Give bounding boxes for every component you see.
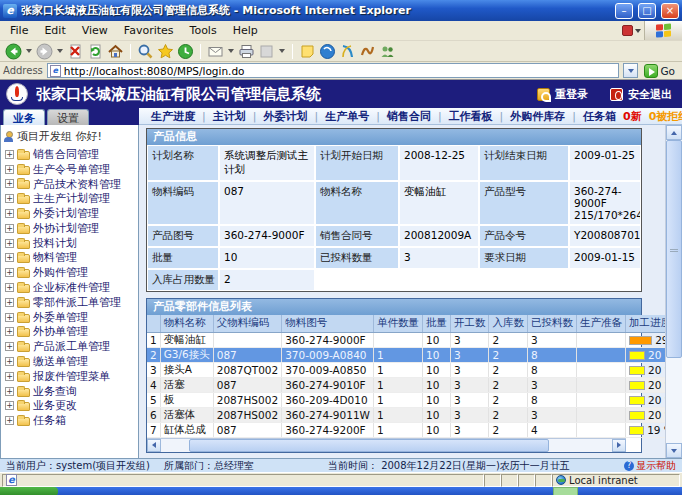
back-dropdown[interactable] xyxy=(26,49,32,53)
expand-icon[interactable]: + xyxy=(5,165,14,174)
menu-view[interactable]: View xyxy=(74,21,116,40)
address-input[interactable]: e http://localhost:8080/MPS/login.do xyxy=(47,63,620,78)
expand-icon[interactable]: + xyxy=(5,239,14,248)
sidebar-item[interactable]: +产品派工单管理 xyxy=(1,339,138,354)
menu-help[interactable]: Help xyxy=(225,21,266,40)
expand-icon[interactable]: + xyxy=(5,387,14,396)
refresh-button[interactable] xyxy=(87,43,104,60)
expand-icon[interactable]: + xyxy=(5,416,14,425)
expand-icon[interactable]: + xyxy=(5,401,14,410)
sidebar-item[interactable]: +物料管理 xyxy=(1,251,138,266)
sidebar-item[interactable]: +缴送单管理 xyxy=(1,354,138,369)
parts-row[interactable]: 1变幅油缸360-274-9000F1032329 % xyxy=(147,332,665,347)
menu-file[interactable]: File xyxy=(2,21,36,40)
sidebar-item[interactable]: +外委计划管理 xyxy=(1,206,138,221)
expand-icon[interactable]: + xyxy=(5,357,14,366)
menu-extra-icon[interactable] xyxy=(618,21,644,40)
expand-icon[interactable]: + xyxy=(5,268,14,277)
sidebar-item[interactable]: +业务更改 xyxy=(1,399,138,414)
media-icon[interactable] xyxy=(339,43,356,60)
favorites-icon[interactable] xyxy=(157,43,174,60)
sidebar-item[interactable]: +外购件管理 xyxy=(1,265,138,280)
expand-icon[interactable]: + xyxy=(5,313,14,322)
sidebar-item[interactable]: +主生产计划管理 xyxy=(1,191,138,206)
sidebar-item[interactable]: +任务箱 xyxy=(1,413,138,428)
sidebar-item[interactable]: +零部件派工单管理 xyxy=(1,295,138,310)
edit-icon[interactable] xyxy=(258,43,275,60)
page-scroll-up[interactable] xyxy=(666,125,682,140)
sidebar-item[interactable]: +报废件管理菜单 xyxy=(1,369,138,384)
msn-icon[interactable] xyxy=(359,43,376,60)
history-icon[interactable] xyxy=(177,43,194,60)
taskbar-item[interactable] xyxy=(553,487,578,495)
expand-icon[interactable]: + xyxy=(5,283,14,292)
print-icon[interactable] xyxy=(238,43,255,60)
expand-icon[interactable]: + xyxy=(5,253,14,262)
scroll-right-button[interactable] xyxy=(612,439,626,452)
nav-item-8[interactable]: 任务箱 xyxy=(583,109,616,124)
back-button[interactable] xyxy=(5,43,22,60)
start-button[interactable] xyxy=(0,487,58,495)
expand-icon[interactable]: + xyxy=(5,298,14,307)
nav-item-3[interactable]: 外委计划 xyxy=(263,109,307,124)
tab-settings[interactable]: 设置 xyxy=(47,109,89,125)
expand-icon[interactable]: + xyxy=(5,179,14,188)
nav-item-4[interactable]: 生产单号 xyxy=(325,109,369,124)
parts-row[interactable]: 5板2087HS002360-209-4D01011032820 % xyxy=(147,392,665,407)
edit-dropdown[interactable] xyxy=(279,49,285,53)
tab-business[interactable]: 业务 xyxy=(3,109,45,125)
windows-taskbar[interactable] xyxy=(0,487,682,495)
parts-row[interactable]: 7缸体总成087360-274-9200F11032419 % xyxy=(147,422,665,437)
page-scrollbar[interactable] xyxy=(665,125,682,458)
parts-row[interactable]: 6活塞体2087HS002360-274-9011W11032320 % xyxy=(147,407,665,422)
expand-icon[interactable]: + xyxy=(5,209,14,218)
parts-row[interactable]: 2G3/6接头087370-009-A084011032820 % xyxy=(147,347,665,362)
sidebar-item[interactable]: +生产令号单管理 xyxy=(1,162,138,177)
nav-item-7[interactable]: 外购件库存 xyxy=(510,109,565,124)
search-icon[interactable] xyxy=(137,43,154,60)
sidebar-item[interactable]: +投料计划 xyxy=(1,236,138,251)
logout-button[interactable]: 安全退出 xyxy=(610,87,672,102)
mail-dropdown[interactable] xyxy=(228,49,234,53)
h-scroll-thumb[interactable] xyxy=(189,439,549,452)
nav-item-5[interactable]: 销售合同 xyxy=(387,109,431,124)
expand-icon[interactable]: + xyxy=(5,194,14,203)
parts-horizontal-scrollbar[interactable] xyxy=(147,438,626,452)
stop-button[interactable] xyxy=(67,43,84,60)
expand-icon[interactable]: + xyxy=(5,150,14,159)
show-help-link[interactable]: ? 显示帮助 xyxy=(624,459,676,473)
scroll-left-button[interactable] xyxy=(147,439,161,452)
sidebar-item[interactable]: +外协单管理 xyxy=(1,325,138,340)
expand-icon[interactable]: + xyxy=(5,327,14,336)
page-scroll-down[interactable] xyxy=(666,443,682,458)
close-button[interactable]: × xyxy=(661,3,679,19)
nav-item-1[interactable]: 生产进度 xyxy=(151,109,195,124)
sidebar-item[interactable]: +外委单管理 xyxy=(1,310,138,325)
forward-button[interactable] xyxy=(36,43,53,60)
mail-icon[interactable] xyxy=(207,43,224,60)
menu-tools[interactable]: Tools xyxy=(182,21,225,40)
menu-favorites[interactable]: Favorites xyxy=(116,21,182,40)
nav-item-6[interactable]: 工作看板 xyxy=(449,109,493,124)
relogin-button[interactable]: 重登录 xyxy=(537,87,588,102)
notes-icon[interactable] xyxy=(299,43,316,60)
sidebar-item[interactable]: +企业标准件管理 xyxy=(1,280,138,295)
expand-icon[interactable]: + xyxy=(5,342,14,351)
go-button[interactable]: Go xyxy=(642,64,679,78)
minimize-button[interactable]: – xyxy=(615,3,633,19)
contacts-icon[interactable] xyxy=(379,43,396,60)
forward-dropdown[interactable] xyxy=(57,49,63,53)
menu-edit[interactable]: Edit xyxy=(36,21,73,40)
sidebar-item[interactable]: +外协计划管理 xyxy=(1,221,138,236)
parts-row[interactable]: 3接头A2087QT002370-009-A085011032820 % xyxy=(147,362,665,377)
address-dropdown[interactable] xyxy=(623,63,638,78)
sidebar-item[interactable]: +销售合同管理 xyxy=(1,147,138,162)
page-scroll-thumb[interactable] xyxy=(666,140,682,358)
sidebar-item[interactable]: +产品技术资料管理 xyxy=(1,177,138,192)
nav-item-2[interactable]: 主计划 xyxy=(213,109,246,124)
expand-icon[interactable]: + xyxy=(5,224,14,233)
maximize-button[interactable]: □ xyxy=(638,3,656,19)
sidebar-item[interactable]: +业务查询 xyxy=(1,384,138,399)
parts-row[interactable]: 4活塞087360-274-9010F11032320 % xyxy=(147,377,665,392)
expand-icon[interactable]: + xyxy=(5,372,14,381)
